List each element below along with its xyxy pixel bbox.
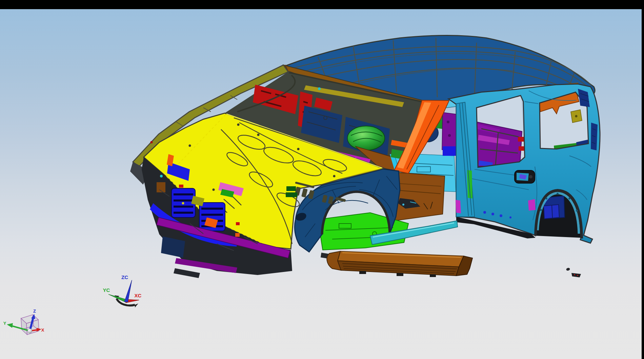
cowl-dot <box>318 87 321 90</box>
interior-blue-rect[interactable] <box>443 146 456 156</box>
trim-dot2 <box>448 134 451 137</box>
datum-origin-sphere[interactable] <box>28 329 32 333</box>
wcs-label-yc: YC <box>103 287 110 293</box>
debris-parts[interactable] <box>566 268 581 277</box>
wheelhouse-box[interactable] <box>544 205 559 219</box>
debris-red1 <box>574 274 575 275</box>
datum-label-z: Z <box>33 309 36 314</box>
right-letterbox-bar <box>642 0 644 359</box>
wcs-handle-arrow2 <box>135 303 138 308</box>
door-handle-recess[interactable] <box>515 170 535 183</box>
debris-bar[interactable] <box>571 273 581 277</box>
car-body-model[interactable] <box>130 36 600 278</box>
rocker-step-assembly[interactable] <box>321 251 472 277</box>
debris-dot[interactable] <box>566 268 570 271</box>
olive-tab-hole <box>575 115 578 118</box>
wcs-label-zc: ZC <box>121 274 128 280</box>
datum-label-x: X <box>41 328 44 333</box>
wcs-axis-zc[interactable] <box>124 280 132 302</box>
trim-dot1 <box>447 121 449 123</box>
top-letterbox-bar <box>0 0 644 9</box>
model-canvas[interactable]: ZC YC XC Z <box>0 0 644 359</box>
b-pillar-magenta-strip <box>456 200 461 213</box>
datum-label-y: Y <box>3 321 6 326</box>
wcs-label-xc: XC <box>135 293 142 298</box>
debris-red2 <box>577 275 578 276</box>
cad-viewport[interactable]: ZC YC XC Z <box>0 0 644 359</box>
datum-csys[interactable]: Z Y X <box>3 309 44 335</box>
wcs-triad[interactable]: ZC YC XC <box>103 274 142 308</box>
magenta-arch-sliver <box>528 199 536 211</box>
